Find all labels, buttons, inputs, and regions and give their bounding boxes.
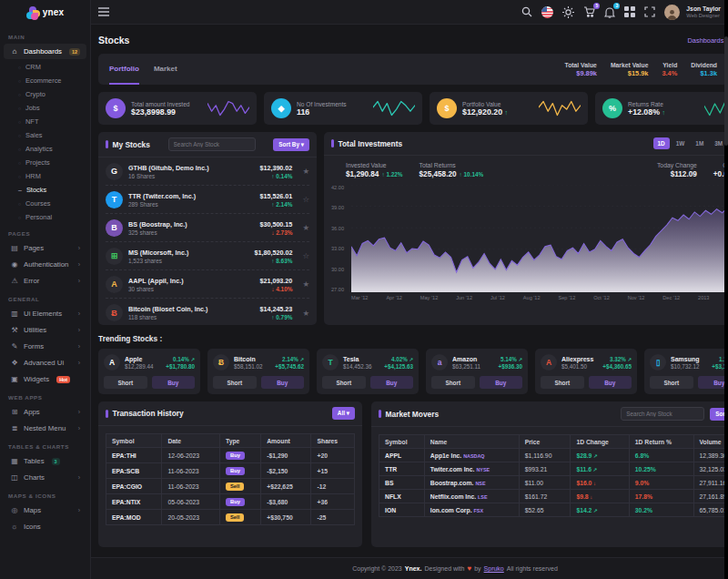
theme-toggle-icon[interactable] <box>562 6 574 18</box>
my-stocks-list: G GTHB (Gituhb, Demo Inc.) 16 Shares $12… <box>98 157 317 325</box>
sidebar-subitem[interactable]: Projects <box>0 156 90 169</box>
brand-logo[interactable]: ynex <box>0 0 90 25</box>
tab[interactable]: Portfolio <box>109 54 139 85</box>
hamburger-menu-icon[interactable] <box>98 7 109 16</box>
spruko-link[interactable]: Spruko <box>484 565 504 572</box>
sidebar-item[interactable]: ◎ Maps › <box>4 503 86 518</box>
time-range-button[interactable]: 1D <box>653 137 670 149</box>
short-button[interactable]: Short <box>104 376 147 389</box>
sidebar-subitem[interactable]: Ecommerce <box>0 74 90 87</box>
sidebar-subitem-label: Sales <box>25 131 43 139</box>
favorite-star-icon[interactable] <box>302 195 309 204</box>
brand-name: ynex <box>43 7 65 17</box>
trending-stock-card: ▯ Samsung $10,732.12 1.14% +$3,130.94 Sh… <box>644 349 728 394</box>
sidebar-item[interactable]: ≣ Nested Menu › <box>4 421 86 436</box>
scrollbar[interactable] <box>724 0 728 579</box>
buy-button[interactable]: Buy <box>370 376 414 389</box>
favorite-star-icon[interactable] <box>302 251 309 260</box>
sidebar-subitem[interactable]: Stocks <box>0 183 90 197</box>
sidebar-item[interactable]: ⌂ Dashboards 12 <box>4 44 86 59</box>
favorite-star-icon[interactable] <box>302 167 309 176</box>
notifications-bell-icon[interactable]: 3 <box>604 6 615 18</box>
cart-icon[interactable]: 5 <box>583 6 595 17</box>
sort-by-button[interactable]: Sort By ▾ <box>273 138 309 151</box>
sidebar-item[interactable]: ☼ Icons <box>4 519 86 534</box>
stock-list-item[interactable]: G GTHB (Gituhb, Demo Inc.) 16 Shares $12… <box>106 157 309 186</box>
mover-name: App1e Inc. <box>430 452 461 459</box>
short-button[interactable]: Short <box>541 376 584 389</box>
sidebar-subitem[interactable]: Courses <box>0 197 90 210</box>
sidebar-subitem[interactable]: Personal <box>0 210 90 224</box>
short-button[interactable]: Short <box>650 376 693 389</box>
bullet-icon <box>18 117 21 126</box>
buy-button[interactable]: Buy <box>480 376 523 389</box>
stock-list-item[interactable]: ⊞ MS (Micorsoft, Inc.) 1,523 shares $1,8… <box>106 242 309 270</box>
sidebar-subitem[interactable]: Analytics <box>0 142 90 156</box>
mover-symbol: TTR <box>379 462 425 476</box>
stock-change: 2.14% <box>259 201 292 208</box>
sidebar-item-icon: ◎ <box>10 506 19 514</box>
sidebar-item[interactable]: ▣ Widgets Hot <box>4 371 86 387</box>
sidebar-subitem[interactable]: HRM <box>0 169 90 183</box>
mover-price: $1,116.90 <box>519 449 571 462</box>
short-button[interactable]: Short <box>322 376 366 389</box>
stock-list-item[interactable]: Ƀ Bitcoin (Bioset Coin, Inc.) 118 shares… <box>106 299 309 325</box>
time-range-button[interactable]: 1M <box>691 137 708 149</box>
trending-stock-name: Bitcoin <box>234 356 263 362</box>
sidebar-item[interactable]: ◫ Charts › <box>4 470 86 485</box>
favorite-star-icon[interactable] <box>302 279 309 289</box>
sidebar-item[interactable]: ▥ Ui Elements › <box>4 306 86 321</box>
sidebar-item[interactable]: ⚠ Error › <box>4 273 86 289</box>
portfolio-stat: Market Value $15.9k <box>611 62 649 77</box>
trending-stock-card: A Apple $12,289.44 0.14% +$1,780.80 Shor… <box>98 349 200 394</box>
x-tick-label: May '12 <box>420 295 438 300</box>
buy-button[interactable]: Buy <box>261 376 305 389</box>
column-header: 1D Change <box>571 435 629 449</box>
my-stocks-search-input[interactable] <box>168 137 256 151</box>
sidebar-item[interactable]: ◉ Authentication › <box>4 257 86 272</box>
buy-button[interactable]: Buy <box>589 376 632 389</box>
breadcrumb-link[interactable]: Dashboards <box>687 36 723 45</box>
favorite-star-icon[interactable] <box>302 223 309 232</box>
sidebar-item[interactable]: ⊞ Apps › <box>4 404 86 420</box>
stock-list-item[interactable]: B BS (Boostrap, Inc.) 325 shares $30,500… <box>106 214 309 242</box>
stock-list-item[interactable]: A AAPL (Appil, Inc.) 30 shares $21,093.2… <box>106 270 309 299</box>
language-flag-icon[interactable] <box>541 6 553 18</box>
stock-list-item[interactable]: T TTR (Twiter.com, Inc.) 289 Shares $15,… <box>106 186 309 214</box>
user-avatar[interactable] <box>664 5 680 20</box>
buy-button[interactable]: Buy <box>152 376 196 389</box>
tab[interactable]: Market <box>154 54 177 85</box>
apps-grid-icon[interactable] <box>624 6 635 17</box>
sidebar-item[interactable]: ⚒ Utilities › <box>4 322 86 338</box>
user-meta[interactable]: Json Taylor Web Designer <box>686 5 721 18</box>
stock-change: 2.73% <box>259 229 292 236</box>
sidebar-subitem[interactable]: Crypto <box>0 87 90 101</box>
search-icon[interactable] <box>521 6 532 17</box>
chevron-down-icon: ▾ <box>301 141 304 147</box>
short-button[interactable]: Short <box>213 376 257 389</box>
sidebar-item[interactable]: ▦ Tables 3 <box>4 453 86 469</box>
sidebar-item[interactable]: ▤ Pages › <box>4 240 86 256</box>
app-root: ynex Main ⌂ Dashboards 12 <box>0 0 728 579</box>
favorite-star-icon[interactable] <box>302 309 309 318</box>
sidebar-item[interactable]: ✎ Forms › <box>4 339 86 354</box>
chevron-right-icon: › <box>78 343 80 350</box>
short-button[interactable]: Short <box>431 376 475 389</box>
market-movers-search-input[interactable] <box>621 407 704 421</box>
chevron-right-icon: › <box>78 310 80 317</box>
buy-button[interactable]: Buy <box>698 376 728 389</box>
sidebar-subitem[interactable]: Jobs <box>0 101 90 115</box>
fullscreen-icon[interactable] <box>644 6 655 17</box>
sidebar-subitem[interactable]: CRM <box>0 60 90 74</box>
sidebar-section-label: Pages <box>0 224 90 239</box>
user-name: Json Taylor <box>686 5 721 13</box>
summary-card-label: No Of Investments <box>297 101 347 107</box>
sidebar-subitem[interactable]: NFT <box>0 115 90 128</box>
sidebar-subitem[interactable]: Sales <box>0 128 90 142</box>
chevron-right-icon: › <box>78 409 80 415</box>
mover-row: ION Ion.com Corp.FSX $52.65 $14.2 30.2% … <box>379 503 728 517</box>
filter-all-button[interactable]: All ▾ <box>332 407 355 420</box>
time-range-button[interactable]: 1W <box>672 137 690 149</box>
bullet-icon <box>18 145 21 153</box>
sidebar-item[interactable]: ❖ Advanced Ui › <box>4 355 86 371</box>
